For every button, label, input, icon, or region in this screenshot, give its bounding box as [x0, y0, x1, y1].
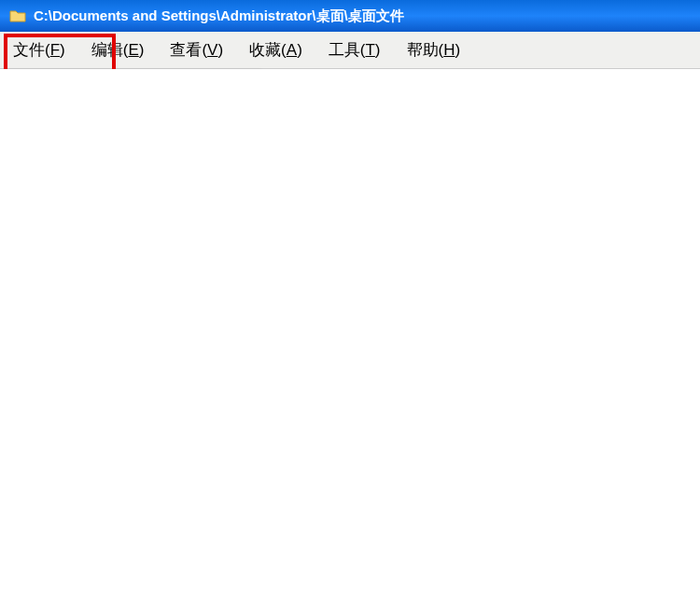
menu-edit[interactable]: 编辑(E)	[91, 39, 145, 61]
folder-icon	[9, 8, 26, 23]
menu-favorites[interactable]: 收藏(A)	[249, 39, 302, 61]
window-title-text: C:\Documents and Settings\Administrator\…	[34, 7, 404, 25]
menu-help[interactable]: 帮助(H)	[407, 39, 461, 61]
menu-tools[interactable]: 工具(T)	[329, 39, 381, 61]
menu-view[interactable]: 查看(V)	[170, 39, 223, 61]
menu-bar: 文件(F) 编辑(E) 查看(V) 收藏(A) 工具(T) 帮助(H)	[0, 32, 700, 69]
window-title-bar: C:\Documents and Settings\Administrator\…	[0, 0, 700, 32]
menu-file[interactable]: 文件(F)	[13, 39, 65, 61]
